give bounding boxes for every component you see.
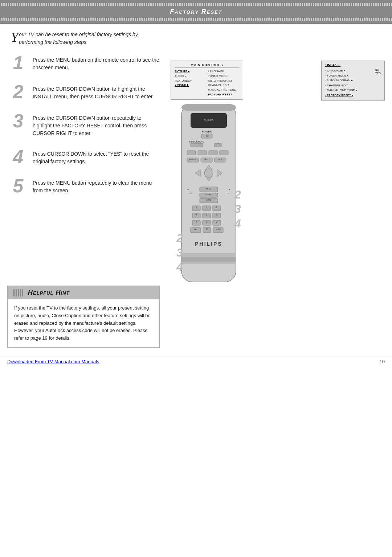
submenu-val-yes: YES xyxy=(375,71,381,75)
menu-item-install: ◂ INSTALL xyxy=(175,83,206,88)
svg-text:4: 4 xyxy=(234,217,241,230)
svg-text:1: 1 xyxy=(196,206,197,209)
step-2: 2 Press the CURSOR DOWN button to highli… xyxy=(7,82,160,101)
menu-item-picture: PICTURE ▸ xyxy=(175,69,206,74)
step-1-text: Press the MENU button on the remote cont… xyxy=(29,53,160,71)
svg-text:SURF: SURF xyxy=(216,228,221,230)
svg-rect-63 xyxy=(181,262,236,264)
svg-text:8: 8 xyxy=(206,221,207,223)
intro-text: Your TV can be reset to the original fac… xyxy=(11,31,142,46)
main-controls-title: MAIN CONTROLS xyxy=(175,63,239,68)
svg-rect-8 xyxy=(191,143,203,147)
svg-text:AUTO: AUTO xyxy=(206,199,211,201)
hint-body: If you reset the TV to the factory setti… xyxy=(8,299,159,347)
submenu-channel-edit: · CHANNEL EDIT xyxy=(325,83,357,88)
menu-col-right: LANGUAGE TUNER MODE AUTO PROGRAM CHANNEL… xyxy=(208,69,239,97)
svg-text:+: + xyxy=(229,188,230,191)
step-2-number: 2 xyxy=(7,82,29,101)
svg-text:FORMAT: FORMAT xyxy=(189,158,197,160)
step-1-number: 1 xyxy=(7,53,29,72)
svg-text:CH: CH xyxy=(225,192,228,194)
svg-point-25 xyxy=(204,169,213,177)
menu-items-row: PICTURE ▸ AUDIO ▸ FEATURES ▸ ◂ INSTALL L… xyxy=(175,69,239,97)
step-3: 3 Press the CURSOR DOWN button repeatedl… xyxy=(7,111,160,137)
submenu-row: · LANGUAGE ▸ · TUNER MODE ▸ · AUTO PROGR… xyxy=(325,68,381,98)
step-1: 1 Press the MENU button on the remote co… xyxy=(7,53,160,72)
install-submenu: · INSTALL · LANGUAGE ▸ · TUNER MODE ▸ · … xyxy=(321,61,385,101)
svg-rect-61 xyxy=(181,253,236,257)
menu-item-audio: AUDIO ▸ xyxy=(175,74,206,79)
main-content: 1 Press the MENU button on the remote co… xyxy=(0,50,392,275)
hint-title: Helpful Hint xyxy=(28,289,70,296)
svg-text:⏻: ⏻ xyxy=(206,135,208,137)
page-header: Factory Reset xyxy=(0,0,392,24)
step-2-text: Press the CURSOR DOWN button to highligh… xyxy=(29,82,160,101)
page-footer: Downloaded From TV-Manual.com Manuals 10 xyxy=(0,355,392,368)
remote-svg: PHILIPS POWER ⏻ STATUS/MUTE CC FORMAT xyxy=(171,101,247,289)
step-5-number: 5 xyxy=(7,176,29,195)
menu-item-auto-program: AUTO PROGRAM xyxy=(208,79,239,83)
steps-column: 1 Press the MENU button on the remote co… xyxy=(7,53,160,271)
submenu-factory-reset: · FACTORY RESET ▸ xyxy=(325,93,357,98)
helpful-hint-section: Helpful Hint If you reset the TV to the … xyxy=(7,286,160,348)
drop-cap: Y xyxy=(11,31,18,44)
step-3-number: 3 xyxy=(7,111,29,130)
step-4-text: Press CURSOR DOWN to select "YES" to res… xyxy=(29,147,160,165)
svg-rect-14 xyxy=(220,151,228,155)
menu-col-left: PICTURE ▸ AUDIO ▸ FEATURES ▸ ◂ INSTALL xyxy=(175,69,206,97)
svg-text:+: + xyxy=(187,188,189,191)
svg-text:4: 4 xyxy=(176,261,183,274)
svg-text:POWER: POWER xyxy=(202,130,212,133)
step-4-number: 4 xyxy=(7,147,29,166)
hint-header-stripes xyxy=(13,289,24,296)
remote-control-illustration: PHILIPS POWER ⏻ STATUS/MUTE CC FORMAT xyxy=(171,101,247,290)
menu-item-channel-edit: CHANNEL EDIT xyxy=(208,83,239,88)
svg-text:2: 2 xyxy=(234,188,241,201)
svg-text:9: 9 xyxy=(216,221,217,223)
svg-text:AV+: AV+ xyxy=(194,228,197,230)
svg-text:PHILIPS: PHILIPS xyxy=(204,119,214,122)
step-3-text: Press the CURSOR DOWN button repeatedly … xyxy=(29,111,160,137)
svg-text:5: 5 xyxy=(206,213,207,216)
svg-rect-62 xyxy=(181,257,236,262)
submenu-tuner-mode: · TUNER MODE ▸ xyxy=(325,73,357,78)
main-controls-box: MAIN CONTROLS PICTURE ▸ AUDIO ▸ FEATURES… xyxy=(171,61,243,100)
svg-text:2: 2 xyxy=(206,206,207,209)
submenu-val-no: NO xyxy=(375,68,381,71)
svg-rect-13 xyxy=(209,151,217,155)
hint-header: Helpful Hint xyxy=(8,286,159,299)
step-4: 4 Press CURSOR DOWN to select "YES" to r… xyxy=(7,147,160,166)
footer-link[interactable]: Downloaded From TV-Manual.com Manuals xyxy=(7,359,99,364)
submenu-language: · LANGUAGE ▸ xyxy=(325,68,357,73)
submenu-items: · LANGUAGE ▸ · TUNER MODE ▸ · AUTO PROGR… xyxy=(325,68,357,98)
svg-rect-12 xyxy=(198,151,207,155)
install-submenu-title: · INSTALL xyxy=(325,63,381,67)
menu-item-language: LANGUAGE xyxy=(208,69,239,74)
svg-text:VOL: VOL xyxy=(189,192,192,194)
svg-text:PHILIPS: PHILIPS xyxy=(195,241,222,247)
svg-text:STATUS/MUTE: STATUS/MUTE xyxy=(189,141,204,143)
svg-text:7: 7 xyxy=(196,221,197,223)
svg-text:6: 6 xyxy=(216,213,217,216)
svg-text:AUX: AUX xyxy=(219,158,222,160)
page-title: Factory Reset xyxy=(170,8,222,15)
svg-text:MUTE: MUTE xyxy=(206,188,212,190)
menu-item-factory-reset: FACTORY RESET xyxy=(208,93,239,97)
svg-text:4: 4 xyxy=(196,213,197,216)
svg-rect-11 xyxy=(187,151,196,155)
svg-text:2: 2 xyxy=(176,232,183,245)
header-stripes xyxy=(0,3,392,6)
menu-item-features: FEATURES ▸ xyxy=(175,79,206,83)
illustration-column: MAIN CONTROLS PICTURE ▸ AUDIO ▸ FEATURES… xyxy=(160,53,385,271)
submenu-values: NO YES xyxy=(375,68,381,98)
svg-text:0: 0 xyxy=(206,228,208,230)
submenu-auto-program: · AUTO PROGRAM ▸ xyxy=(325,78,357,83)
svg-text:CC: CC xyxy=(216,143,219,146)
intro-section: Your TV can be reset to the original fac… xyxy=(0,24,152,50)
svg-text:MENU: MENU xyxy=(204,158,209,160)
step-5-text: Press the MENU button repeatedly to clea… xyxy=(29,176,160,194)
svg-text:3: 3 xyxy=(216,206,217,209)
step-5: 5 Press the MENU button repeatedly to cl… xyxy=(7,176,160,195)
svg-text:SOUND: SOUND xyxy=(205,193,212,196)
svg-text:3: 3 xyxy=(234,202,241,216)
